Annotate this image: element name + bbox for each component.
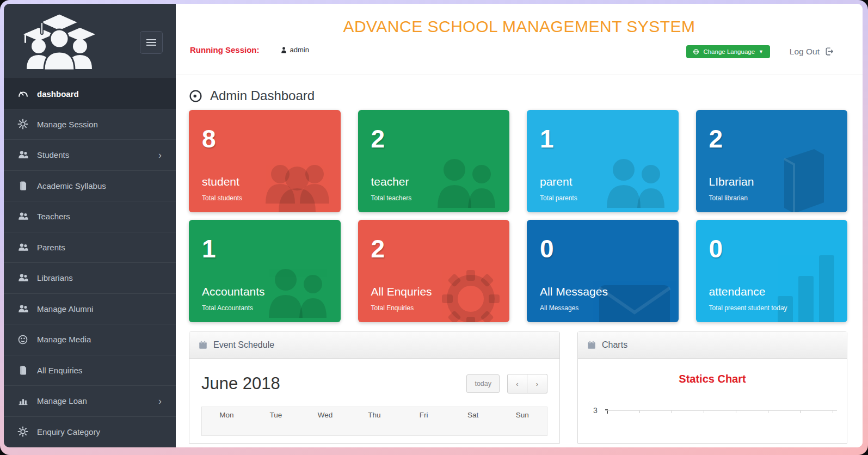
card-label: parent <box>540 175 572 188</box>
users-icon <box>17 303 29 315</box>
users-watermark-icon <box>424 143 506 212</box>
dashboard-circle-icon <box>189 89 202 103</box>
stat-card-parent[interactable]: 1 parent Total parents <box>527 110 679 212</box>
sidebar-item-manage-alumni[interactable]: Manage Alumni <box>4 294 176 325</box>
calendar: June 2018 today ‹ › Mon Tue Wed <box>189 359 559 436</box>
weekday-label: Sun <box>497 411 547 419</box>
card-sublabel: Total teachers <box>371 194 412 202</box>
card-label: LIbrarian <box>709 175 754 188</box>
calendar-icon <box>587 340 596 350</box>
stat-card-enquiries[interactable]: 2 All Enquries Total Enquiries <box>358 220 510 322</box>
users-watermark-icon <box>256 143 337 212</box>
next-month-button[interactable]: › <box>527 374 547 393</box>
book-watermark-icon <box>762 137 844 212</box>
card-sublabel: Total students <box>202 194 242 202</box>
event-schedule-title: Event Schedule <box>213 340 274 350</box>
stat-card-student[interactable]: 8 student Total students <box>189 110 341 212</box>
statics-chart: Statics Chart 3 <box>578 359 847 443</box>
sidebar-item-label: Teachers <box>37 212 70 221</box>
stat-card-attendance[interactable]: 0 attendance Total present student today <box>696 220 848 322</box>
card-label: student <box>202 175 239 188</box>
card-label: All Messages <box>540 285 608 298</box>
change-language-button[interactable]: Change Language ▼ <box>686 45 770 58</box>
users-icon <box>17 241 29 253</box>
person-icon <box>280 46 287 54</box>
sidebar-item-academic-syllabus[interactable]: Academic Syllabus <box>4 171 176 202</box>
sidebar-item-label: Enquiry Category <box>37 427 100 436</box>
caret-down-icon: ▼ <box>759 49 764 54</box>
card-label: Accountants <box>202 285 265 298</box>
stat-card-teacher[interactable]: 2 teacher Total teachers <box>358 110 510 212</box>
calendar-weekday-header: Mon Tue Wed Thu Fri Sat Sun <box>201 407 547 436</box>
sidebar-item-enquiry-category[interactable]: Enquiry Category <box>4 417 176 448</box>
weekday-label: Wed <box>300 411 350 419</box>
sidebar-item-label: All Enquiries <box>37 366 82 375</box>
book-icon <box>17 364 29 376</box>
card-label: All Enquries <box>371 285 432 298</box>
calendar-toolbar: June 2018 today ‹ › <box>201 374 547 393</box>
session-user: admin <box>280 46 309 54</box>
weekday-label: Tue <box>251 411 301 419</box>
media-icon <box>17 334 29 346</box>
calendar-nav-buttons: ‹ › <box>507 374 547 393</box>
session-user-name: admin <box>290 46 309 54</box>
logout-label: Log Out <box>790 47 820 57</box>
app-screen: dashboard Manage Session <box>4 4 863 447</box>
logout-icon <box>824 46 834 57</box>
card-sublabel: All Messages <box>540 304 578 312</box>
chart-gridline <box>607 410 837 411</box>
topbar: Running Session: admin <box>176 45 863 62</box>
sidebar-item-label: Manage Session <box>37 120 98 129</box>
stat-card-messages[interactable]: 0 All Messages All Messages <box>527 220 679 322</box>
statics-chart-title: Statics Chart <box>578 373 847 385</box>
sidebar-item-manage-session[interactable]: Manage Session <box>4 109 176 140</box>
y-axis-tick-label: 3 <box>593 406 598 415</box>
weekday-label: Thu <box>350 411 399 419</box>
sidebar-item-all-enquiries[interactable]: All Enquiries <box>4 355 176 386</box>
statics-chart-plot: 3 <box>593 410 837 443</box>
card-count: 2 <box>371 124 385 153</box>
card-sublabel: Total present student today <box>709 304 787 312</box>
sidebar-item-students[interactable]: Students › <box>4 140 176 171</box>
sidebar-nav: dashboard Manage Session <box>4 78 176 447</box>
card-label: attendance <box>709 285 766 298</box>
chevron-right-icon: › <box>158 396 162 406</box>
sidebar-item-manage-media[interactable]: Manage Media <box>4 324 176 355</box>
card-sublabel: Total Enquiries <box>371 304 414 312</box>
chart-icon <box>17 395 29 407</box>
users-icon <box>17 149 29 161</box>
main-area: ADVANCE SCHOOL MANAGEMENT SYSTEM Running… <box>176 4 863 447</box>
sidebar-item-dashboard[interactable]: dashboard <box>4 78 176 109</box>
sidebar-item-parents[interactable]: Parents <box>4 232 176 263</box>
card-count: 0 <box>540 234 554 263</box>
today-button[interactable]: today <box>466 374 500 393</box>
users-icon <box>17 272 29 284</box>
card-count: 2 <box>371 234 385 263</box>
users-watermark-icon <box>256 253 337 322</box>
sidebar-item-label: Academic Syllabus <box>37 181 106 190</box>
sidebar-item-label: dashboard <box>37 89 79 99</box>
sidebar-header <box>4 4 176 78</box>
calendar-icon <box>198 340 208 350</box>
book-icon <box>17 180 29 192</box>
card-sublabel: Total librarian <box>709 194 748 202</box>
event-schedule-header: Event Schedule <box>189 331 559 359</box>
gear-watermark-icon <box>424 247 506 322</box>
stat-card-librarian[interactable]: 2 LIbrarian Total librarian <box>696 110 848 212</box>
section-heading: Admin Dashboard <box>189 88 847 103</box>
stat-card-accountants[interactable]: 1 Accountants Total Accountants <box>189 220 341 322</box>
sidebar-item-manage-loan[interactable]: Manage Loan › <box>4 386 176 417</box>
gear-icon <box>17 118 29 130</box>
sidebar-item-teachers[interactable]: Teachers <box>4 201 176 232</box>
logout-button[interactable]: Log Out <box>790 46 834 57</box>
hamburger-icon[interactable] <box>140 31 163 54</box>
section-heading-label: Admin Dashboard <box>210 88 315 103</box>
graduates-logo <box>18 13 101 72</box>
users-icon <box>17 211 29 223</box>
bottom-panels: Event Schedule June 2018 today ‹ › <box>189 331 847 444</box>
change-language-label: Change Language <box>703 48 755 55</box>
sidebar-item-librarians[interactable]: Librarians <box>4 263 176 294</box>
prev-month-button[interactable]: ‹ <box>507 374 527 393</box>
card-sublabel: Total parents <box>540 194 577 202</box>
dashboard-content: Admin Dashboard 8 student <box>176 75 863 444</box>
